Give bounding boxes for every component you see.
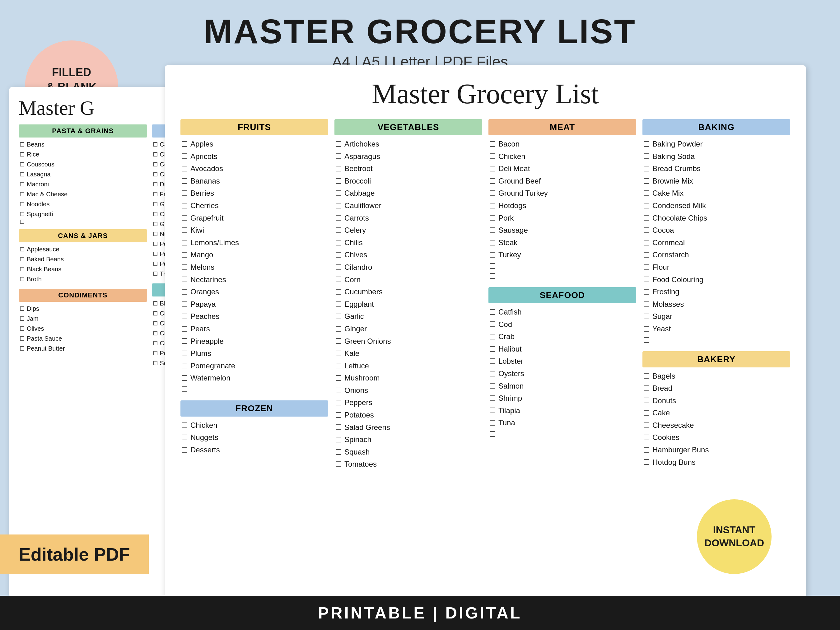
list-item: Oranges: [180, 286, 328, 298]
list-item: [643, 335, 790, 345]
list-item: Pasta Sauce: [19, 333, 147, 343]
checkbox-icon: [644, 190, 649, 196]
checkbox-icon: [153, 242, 158, 246]
list-item: Cheesecake: [643, 419, 790, 431]
checkbox-icon: [336, 351, 341, 356]
list-item: Shrimp: [488, 392, 636, 404]
list-item: Cornstarch: [643, 249, 790, 261]
list-item: Bagels: [643, 370, 790, 382]
checkbox-icon: [20, 162, 24, 166]
bg-pasta-section: PASTA & GRAINS Beans Rice Couscous Lasag…: [19, 125, 147, 368]
list-item: [488, 261, 636, 271]
list-item: Frosting: [643, 286, 790, 298]
list-item: Tuna: [488, 417, 636, 429]
checkbox-icon: [182, 447, 187, 453]
list-item: Cherries: [180, 199, 328, 212]
list-item: Turkey: [488, 249, 636, 261]
list-item: Pomegranate: [180, 360, 328, 372]
checkbox-icon: [336, 326, 341, 332]
checkbox-icon: [182, 326, 187, 332]
list-item: Halibut: [488, 343, 636, 355]
list-item: Squash: [335, 446, 482, 458]
checkbox-icon: [644, 447, 649, 453]
checkbox-icon: [336, 190, 341, 196]
list-item: Bacon: [488, 138, 636, 150]
checkbox-icon: [182, 387, 187, 392]
doc-title: Master Grocery List: [180, 78, 790, 110]
frozen-header: FROZEN: [180, 400, 328, 417]
checkbox-icon: [490, 227, 495, 233]
checkbox-icon: [336, 314, 341, 319]
list-item: Cabbage: [335, 187, 482, 199]
checkbox-icon: [490, 178, 495, 184]
main-title: MASTER GROCERY LIST: [0, 13, 840, 50]
list-item: Hotdog Buns: [643, 456, 790, 469]
meat-column: MEAT Bacon Chicken Deli Meat Ground Beef…: [488, 119, 636, 471]
list-item: Bananas: [180, 175, 328, 187]
checkbox-icon: [490, 263, 495, 269]
checkbox-icon: [153, 202, 158, 206]
checkbox-icon: [182, 141, 187, 147]
bg-pasta-items: Beans Rice Couscous Lasagna Macroni Mac …: [19, 139, 147, 225]
list-item: Ground Turkey: [488, 187, 636, 199]
checkbox-icon: [182, 302, 187, 307]
list-item: Desserts: [180, 444, 328, 456]
list-item: Rice: [19, 149, 147, 159]
list-item: Pineapple: [180, 335, 328, 347]
list-item: Papaya: [180, 298, 328, 311]
list-item: Broth: [19, 274, 147, 284]
checkbox-icon: [153, 142, 158, 147]
checkbox-icon: [644, 240, 649, 245]
list-item: Plums: [180, 347, 328, 360]
checkbox-icon: [20, 346, 24, 351]
checkbox-icon: [20, 267, 24, 271]
checkbox-icon: [182, 178, 187, 184]
list-item: Brownie Mix: [643, 175, 790, 187]
list-item: Lettuce: [335, 360, 482, 372]
checkbox-icon: [490, 252, 495, 257]
checkbox-icon: [644, 337, 649, 343]
list-item: [488, 271, 636, 281]
list-item: Molasses: [643, 298, 790, 311]
checkbox-icon: [490, 334, 495, 339]
checkbox-icon: [153, 222, 158, 226]
list-item: Mango: [180, 249, 328, 261]
list-item: Spaghetti: [19, 209, 147, 219]
list-item: Grapefruit: [180, 212, 328, 224]
checkbox-icon: [336, 412, 341, 418]
bakery-header: BAKERY: [643, 351, 790, 368]
checkbox-icon: [490, 166, 495, 171]
checkbox-icon: [490, 240, 495, 245]
list-item: Eggplant: [335, 298, 482, 311]
checkbox-icon: [490, 309, 495, 315]
checkbox-icon: [153, 331, 158, 335]
checkbox-icon: [644, 423, 649, 428]
list-item: Peaches: [180, 310, 328, 323]
list-item: Crab: [488, 330, 636, 343]
list-item: Yeast: [643, 323, 790, 335]
checkbox-icon: [20, 316, 24, 321]
seafood-header: SEAFOOD: [488, 287, 636, 303]
checkbox-icon: [336, 400, 341, 405]
list-item: Mushroom: [335, 372, 482, 384]
instant-badge-text: INSTANTDOWNLOAD: [704, 524, 764, 549]
list-item: Asparagus: [335, 150, 482, 163]
checkbox-icon: [644, 153, 649, 159]
list-item: Deli Meat: [488, 163, 636, 175]
list-item: Olives: [19, 324, 147, 333]
checkbox-icon: [490, 358, 495, 364]
list-item: Cod: [488, 318, 636, 331]
checkbox-icon: [182, 423, 187, 428]
checkbox-icon: [153, 172, 158, 177]
checkbox-icon: [20, 192, 24, 196]
list-item: [488, 429, 636, 439]
list-item: Salad Greens: [335, 421, 482, 434]
list-item: Lemons/Limes: [180, 237, 328, 249]
list-item: Chives: [335, 249, 482, 261]
checkbox-icon: [182, 227, 187, 233]
checkbox-icon: [336, 437, 341, 442]
checkbox-icon: [153, 212, 158, 216]
list-item: Chicken: [180, 419, 328, 431]
checkbox-icon: [153, 182, 158, 186]
checkbox-icon: [490, 431, 495, 437]
